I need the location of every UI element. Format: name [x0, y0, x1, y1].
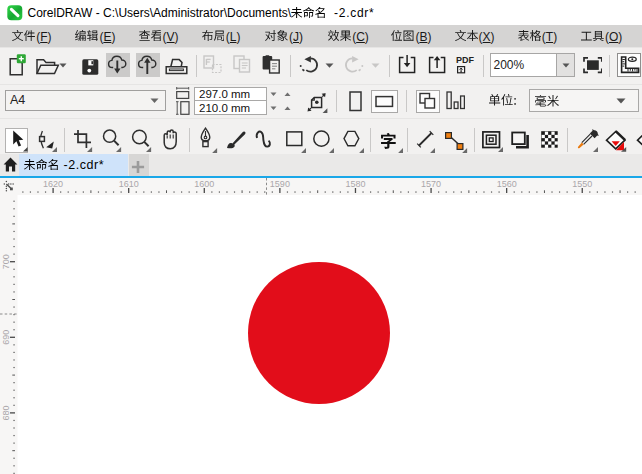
svg-text:1580: 1580: [345, 179, 365, 189]
svg-text:1590: 1590: [269, 179, 289, 189]
svg-text:700: 700: [1, 254, 11, 269]
svg-text:1570: 1570: [421, 179, 441, 189]
svg-text:1560: 1560: [496, 179, 516, 189]
svg-text:1610: 1610: [118, 179, 138, 189]
svg-text:1620: 1620: [43, 179, 63, 189]
svg-text:680: 680: [1, 405, 11, 420]
svg-text:690: 690: [1, 329, 11, 344]
svg-text:1550: 1550: [572, 179, 592, 189]
svg-text:1600: 1600: [194, 179, 214, 189]
